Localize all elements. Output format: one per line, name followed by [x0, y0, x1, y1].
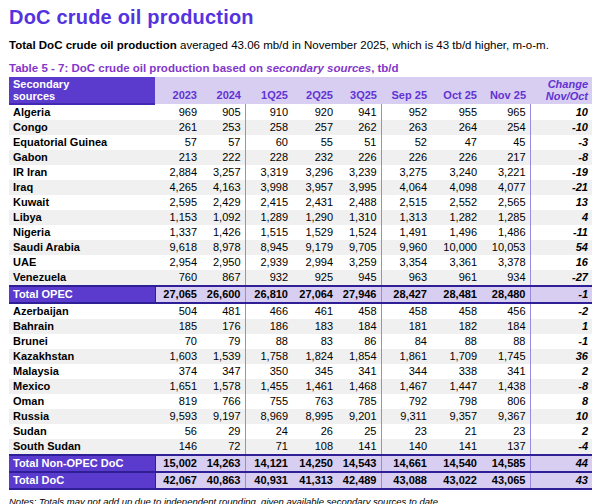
cell-2023: 185	[155, 319, 201, 334]
cell-oct-25: 264	[431, 120, 481, 135]
cell-2q25: 183	[292, 319, 337, 334]
cell-3q25: 945	[337, 270, 381, 286]
cell-change: -1	[530, 334, 592, 349]
cell-2024: 1,092	[201, 210, 245, 225]
summary-bold-text: Total DoC crude oil production	[9, 39, 177, 51]
cell-2023: 760	[155, 270, 201, 286]
cell-1q25: 2,415	[245, 195, 292, 210]
cell-oct-25: 141	[431, 439, 481, 455]
cell-1q25: 2,939	[245, 255, 292, 270]
cell-2024: 9,197	[201, 409, 245, 424]
header-2q25: 2Q25	[292, 77, 337, 104]
cell-2024: 29	[201, 424, 245, 439]
cell-2q25: 257	[292, 120, 337, 135]
cell-2q25: 1,290	[292, 210, 337, 225]
cell-nov-25: 3,378	[481, 255, 530, 270]
row-label: Libya	[9, 210, 155, 225]
row-label: Gabon	[9, 150, 155, 165]
header-oct-25: Oct 25	[431, 77, 481, 104]
row-label: Oman	[9, 394, 155, 409]
cell-change: 44	[530, 455, 592, 472]
caption-suffix: , tb/d	[371, 62, 398, 74]
row-label: Brunei	[9, 334, 155, 349]
table-row: Azerbaijan504481466461458458458456-2	[9, 303, 592, 319]
cell-oct-25: 2,552	[431, 195, 481, 210]
cell-2q25: 925	[292, 270, 337, 286]
row-label: Sudan	[9, 424, 155, 439]
cell-nov-25: 4,077	[481, 180, 530, 195]
cell-oct-25: 1,282	[431, 210, 481, 225]
cell-3q25: 3,995	[337, 180, 381, 195]
cell-change: 54	[530, 240, 592, 255]
cell-nov-25: 456	[481, 303, 530, 319]
cell-2024: 4,163	[201, 180, 245, 195]
summary-rest-text: averaged 43.06 mb/d in November 2025, wh…	[177, 39, 549, 51]
cell-3q25: 2,488	[337, 195, 381, 210]
cell-2023: 261	[155, 120, 201, 135]
cell-2q25: 83	[292, 334, 337, 349]
cell-1q25: 1,515	[245, 225, 292, 240]
cell-2023: 2,954	[155, 255, 201, 270]
header-1q25: 1Q25	[245, 77, 292, 104]
cell-2024: 2,429	[201, 195, 245, 210]
cell-2q25: 2,431	[292, 195, 337, 210]
cell-1q25: 60	[245, 135, 292, 150]
cell-2q25: 1,461	[292, 379, 337, 394]
cell-2024: 8,978	[201, 240, 245, 255]
cell-2023: 1,153	[155, 210, 201, 225]
cell-2023: 27,065	[155, 286, 201, 303]
cell-2q25: 41,313	[292, 472, 337, 489]
cell-3q25: 25	[337, 424, 381, 439]
production-table: Secondary sources 2023 2024 1Q25 2Q25 3Q…	[9, 77, 592, 490]
cell-change: -8	[530, 150, 592, 165]
row-label: Algeria	[9, 104, 155, 120]
cell-2024: 1,539	[201, 349, 245, 364]
table-row: Gabon213222228232226226226217-8	[9, 150, 592, 165]
cell-2q25: 55	[292, 135, 337, 150]
cell-change: -19	[530, 165, 592, 180]
row-label: Malaysia	[9, 364, 155, 379]
cell-2q25: 3,957	[292, 180, 337, 195]
cell-3q25: 226	[337, 150, 381, 165]
cell-2023: 504	[155, 303, 201, 319]
cell-2023: 1,603	[155, 349, 201, 364]
cell-2023: 213	[155, 150, 201, 165]
table-row: Equatorial Guinea5757605551524745-3	[9, 135, 592, 150]
cell-nov-25: 3,221	[481, 165, 530, 180]
cell-sep-25: 28,427	[381, 286, 431, 303]
cell-2q25: 920	[292, 104, 337, 120]
row-label: Kuwait	[9, 195, 155, 210]
cell-nov-25: 1,438	[481, 379, 530, 394]
header-label-line1: Secondary	[13, 78, 151, 90]
cell-change: 13	[530, 195, 592, 210]
cell-nov-25: 2,565	[481, 195, 530, 210]
table-row: Saudi Arabia9,6188,9788,9459,1799,7059,9…	[9, 240, 592, 255]
cell-change: -1	[530, 286, 592, 303]
cell-sep-25: 52	[381, 135, 431, 150]
cell-2023: 969	[155, 104, 201, 120]
cell-1q25: 186	[245, 319, 292, 334]
row-label: Venezuela	[9, 270, 155, 286]
row-label: IR Iran	[9, 165, 155, 180]
cell-nov-25: 1,745	[481, 349, 530, 364]
cell-1q25: 228	[245, 150, 292, 165]
cell-oct-25: 3,240	[431, 165, 481, 180]
row-label: Kazakhstan	[9, 349, 155, 364]
cell-nov-25: 43,065	[481, 472, 530, 489]
cell-change: -10	[530, 120, 592, 135]
header-label-line2: sources	[13, 90, 151, 102]
cell-oct-25: 47	[431, 135, 481, 150]
total-row: Total OPEC27,06526,60026,81027,06427,946…	[9, 286, 592, 303]
cell-change: -21	[530, 180, 592, 195]
cell-change: 8	[530, 394, 592, 409]
cell-2023: 9,593	[155, 409, 201, 424]
row-label: Equatorial Guinea	[9, 135, 155, 150]
cell-oct-25: 88	[431, 334, 481, 349]
cell-2023: 2,595	[155, 195, 201, 210]
caption-italic: secondary sources	[266, 62, 371, 74]
cell-2024: 1,426	[201, 225, 245, 240]
cell-2024: 867	[201, 270, 245, 286]
cell-3q25: 27,946	[337, 286, 381, 303]
table-row: Algeria96990591092094195295596510	[9, 104, 592, 120]
table-row: Libya1,1531,0921,2891,2901,3101,3131,282…	[9, 210, 592, 225]
